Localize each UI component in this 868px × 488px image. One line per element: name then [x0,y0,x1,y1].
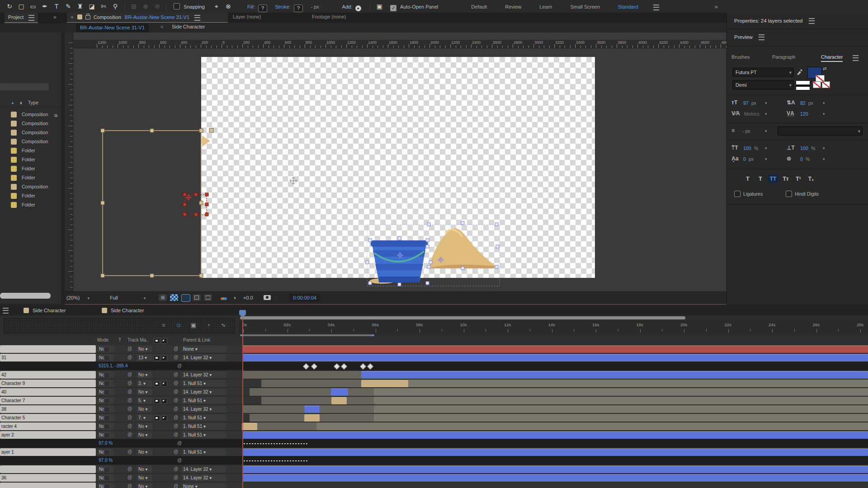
exposure-value[interactable]: +0.0 [243,294,253,302]
property-pickwhip-icon[interactable]: @ [177,441,182,446]
layer-duration-bar[interactable] [304,414,320,422]
column-mode[interactable]: Mode [97,338,108,343]
property-value[interactable]: 5315.1, -395.4 [99,363,128,368]
parent-link-dropdown[interactable]: 1. Null 51 ▾ [182,414,226,421]
layer-name-bar[interactable]: ayer 2 [0,431,96,439]
track-matte-dropdown[interactable]: No ▾ [137,432,152,438]
stroke-swatch[interactable]: ? [294,5,303,12]
leading-caret[interactable]: ▾ [823,101,825,105]
workspace-review[interactable]: Review [505,4,521,9]
pickwhip-icon[interactable]: @ [127,406,132,411]
composition-viewer[interactable]: 1200100080060040020002004006008001000120… [65,33,726,291]
project-overflow-chevron[interactable]: » [53,14,57,20]
t-switch[interactable] [104,432,110,438]
timecode-display[interactable]: 0:00:00:04 [289,294,320,302]
parent-pickwhip-icon[interactable]: @ [174,423,178,428]
column-parent-link[interactable]: Parent & Link [183,338,210,343]
layer-row[interactable]: Character 5No ▾@7. ▾@1. Null 51 ▾ [0,413,868,422]
faux-style-button-3[interactable]: Tᴛ [780,174,791,183]
parent-link-dropdown[interactable]: 14. Layer 32 ▾ [182,354,226,361]
property-row[interactable]: 5315.1, -395.4@ [0,362,868,371]
frame-blending-icon[interactable]: ▣ [188,320,199,331]
track-matte-dropdown[interactable]: 5. ▾ [137,397,152,404]
pickwhip-icon[interactable]: @ [127,372,132,377]
pickwhip-icon[interactable]: @ [127,380,132,385]
project-column-header[interactable]: ▲ ⬧ Type [0,99,61,108]
type-tool-icon[interactable]: T [51,1,62,12]
project-item-row[interactable]: Composition [0,119,61,128]
guides-icon[interactable] [204,294,212,301]
font-size-caret[interactable]: ▾ [765,101,767,105]
layer-row[interactable]: 42No ▾@No ▾@14. Layer 32 ▾ [0,371,868,379]
kerning-caret[interactable]: ▾ [765,112,767,116]
track-matte-dropdown[interactable]: No ▾ [137,371,152,378]
parent-link-dropdown[interactable]: 14. Layer 32 ▾ [182,466,226,473]
parent-pickwhip-icon[interactable]: @ [174,398,178,403]
breadcrumb-current[interactable]: Side Character [172,24,205,29]
transparency-grid-icon[interactable] [170,294,178,301]
workspace-default[interactable]: Default [471,4,487,9]
fill-label[interactable]: Fill: [247,4,255,9]
stroke-color-swatch[interactable] [796,80,810,90]
workspace-menu-icon[interactable] [653,5,659,10]
track-matte-dropdown[interactable]: No ▾ [137,466,152,473]
parent-pickwhip-icon[interactable]: @ [174,372,178,377]
layer-row[interactable]: 36No ▾@No ▾@14. Layer 32 ▾ [0,474,868,482]
parent-pickwhip-icon[interactable]: @ [174,415,178,420]
layer-duration-bar[interactable] [361,380,408,388]
layer-duration-bar[interactable] [243,354,868,362]
t-switch[interactable] [104,389,110,395]
stroke-width-value[interactable]: - px [742,128,750,134]
snap-option-icon[interactable]: ⌖ [211,1,222,12]
timeline-tab-2[interactable]: Side Character [102,306,144,315]
camera-region-tool-icon[interactable]: ▢ [16,1,27,12]
layer-name-bar[interactable]: Character 7 [0,397,96,404]
region-of-interest-icon[interactable] [181,294,190,302]
faux-style-button-2[interactable]: TT [768,174,778,183]
auto-open-toggle[interactable]: ✓ Auto-Open Panel [390,4,439,9]
faux-style-button-4[interactable]: T¹ [793,174,804,183]
add-button[interactable]: ▸ [355,5,361,11]
shy-layers-icon[interactable]: ☺ [173,320,184,331]
timeline-horizontal-scrollbar[interactable] [240,316,685,319]
resolution-dropdown[interactable]: Full ▾ [110,294,146,302]
tracking-value[interactable]: 120 [800,111,808,117]
layer-row[interactable]: Character 9No ▾@3. ▾@1. Null 51 ▾ [0,379,868,388]
parent-link-dropdown[interactable]: 14. Layer 32 ▾ [182,389,226,395]
pickwhip-icon[interactable]: @ [127,389,132,394]
property-value[interactable]: 97.0 % [99,441,113,446]
t-switch[interactable] [104,355,110,361]
parent-pickwhip-icon[interactable]: @ [174,483,178,488]
track-matte-dropdown[interactable]: No ▾ [137,449,152,455]
track-matte-dropdown[interactable]: 3. ▾ [137,380,152,387]
eyedropper-icon[interactable] [796,68,803,76]
project-panel-menu-icon[interactable] [28,15,34,21]
font-size-value[interactable]: 97 [743,100,749,106]
tab-composition[interactable]: × Composition BR-Austar-New Scene 31-V1 [67,13,228,23]
stroke-width-caret[interactable]: ▾ [765,129,767,133]
timeline-tab-1[interactable]: Side Character [24,306,66,315]
parent-link-dropdown[interactable]: 1. Null 51 ▾ [182,423,226,430]
parent-link-dropdown[interactable]: 14. Layer 32 ▾ [182,474,226,481]
toolbar-overflow-chevron[interactable]: » [715,3,718,10]
pickwhip-icon[interactable]: @ [127,398,132,403]
keyframe-icon[interactable] [311,363,317,370]
track-matte-dropdown[interactable]: No ▾ [137,346,152,352]
puppet-pin-tool-icon[interactable]: ⚲ [110,1,121,12]
auto-open-checkbox[interactable]: ✓ [390,5,396,11]
parent-pickwhip-icon[interactable]: @ [174,432,178,437]
pickwhip-icon[interactable]: @ [127,475,132,480]
parent-pickwhip-icon[interactable]: @ [174,406,178,411]
layer-name-bar[interactable] [0,465,96,473]
mask-visibility-icon[interactable] [193,294,201,301]
property-row[interactable]: 97.0 %@ [0,439,868,448]
parent-link-dropdown[interactable]: 14. Layer 32 ▾ [182,371,226,378]
layer-name-bar[interactable]: 38 [0,405,96,413]
fill-swatch[interactable]: ? [258,5,267,12]
layer-duration-bar[interactable] [242,423,257,431]
font-style-dropdown[interactable]: Demi▾ [732,80,794,89]
parent-pickwhip-icon[interactable]: @ [174,475,178,480]
composition-mini-flowchart-area[interactable] [4,318,235,333]
clone-stamp-tool-icon[interactable]: ♜ [75,1,85,12]
project-item-row[interactable]: Folder [0,146,61,155]
